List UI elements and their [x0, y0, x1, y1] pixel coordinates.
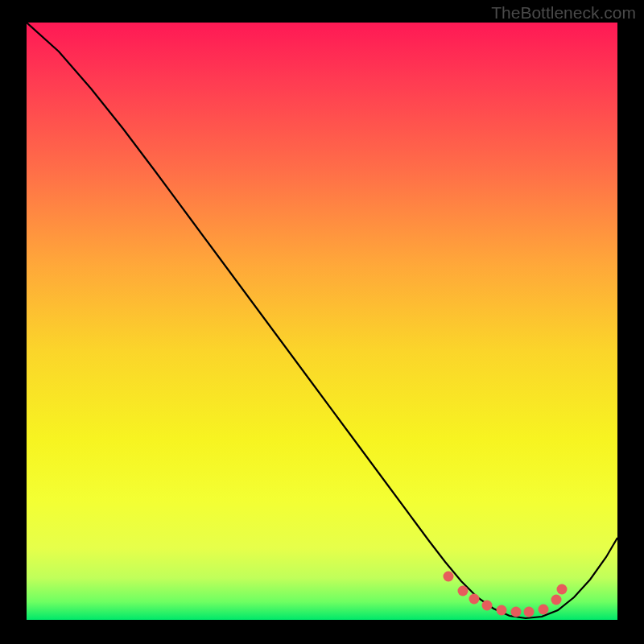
highlight-dot	[524, 607, 535, 617]
highlight-dot	[557, 584, 568, 595]
highlight-dot	[497, 605, 507, 616]
chart-plot-area	[27, 23, 617, 620]
highlight-dot	[458, 586, 469, 597]
highlight-dot	[539, 605, 549, 615]
highlight-dot	[551, 595, 562, 605]
highlight-dot	[469, 594, 480, 605]
highlight-dot	[444, 572, 454, 582]
main-curve	[27, 23, 617, 618]
highlight-dot	[482, 601, 493, 611]
watermark-text: TheBottleneck.com	[491, 3, 636, 23]
highlight-dots-group	[444, 572, 568, 617]
chart-svg	[27, 23, 617, 620]
highlight-dot	[511, 607, 522, 617]
